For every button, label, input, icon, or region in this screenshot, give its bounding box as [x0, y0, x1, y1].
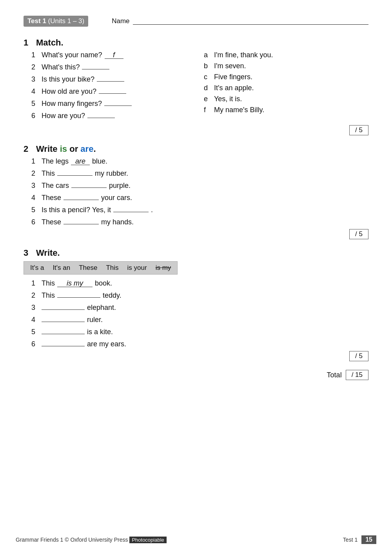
write3-blank[interactable] — [42, 315, 85, 322]
section3-num: 3 — [24, 248, 33, 258]
item-text: How many fingers? — [42, 100, 102, 108]
item-pre: This — [42, 291, 55, 300]
write3-item: 6 are my ears. — [31, 339, 368, 348]
write2-item: 5Is this a pencil? Yes, it . — [31, 205, 368, 214]
word-bank-item: is my — [156, 264, 171, 272]
item-post: elephant. — [87, 304, 116, 312]
item-post: . — [151, 206, 153, 214]
footer-test-label: Test 1 — [343, 537, 358, 543]
write2-item: 2This my rubber. — [31, 168, 368, 178]
match-blank[interactable] — [104, 98, 132, 106]
item-num: 3 — [31, 75, 39, 84]
name-underline[interactable] — [133, 18, 368, 25]
item-pre: Is this a pencil? Yes, it — [42, 206, 111, 214]
page: Test 1 (Units 1 – 3) Name 1 Match. 1What… — [0, 0, 392, 555]
match-blank[interactable] — [99, 86, 126, 94]
write3-item: 3 elephant. — [31, 302, 368, 312]
match-right-item: bI'm seven. — [204, 62, 368, 70]
section3-header: 3 Write. — [24, 248, 368, 258]
section3-score: / 5 — [349, 351, 368, 361]
section-write3: 3 Write. It's aIt's anTheseThisis youris… — [24, 248, 368, 361]
section1-num: 1 — [24, 38, 33, 48]
total-row: Total / 15 — [24, 370, 368, 380]
write3-item: 1This is my book. — [31, 279, 368, 288]
write3-answer[interactable]: is my — [57, 280, 93, 287]
match-right-item: fMy name's Billy. — [204, 106, 368, 114]
item-num: 2 — [31, 291, 39, 300]
item-num: 3 — [31, 304, 39, 312]
section2-list: 1The legs are blue.2This my rubber.3The … — [24, 157, 368, 226]
item-post: is a kite. — [87, 328, 113, 336]
match-left-item: 1What's your name? f — [31, 51, 196, 59]
item-post: blue. — [92, 157, 107, 166]
section2-header: 2 Write is or are. — [24, 144, 368, 154]
item-text: Is this your bike? — [42, 75, 94, 84]
word-bank-item: It's a — [30, 264, 44, 272]
item-text: How old are you? — [42, 87, 96, 96]
footer-copyright: Grammar Friends 1 © Oxford University Pr… — [16, 537, 128, 543]
right-text: Yes, it is. — [214, 95, 242, 103]
write2-blank[interactable] — [64, 217, 99, 224]
footer: Grammar Friends 1 © Oxford University Pr… — [0, 535, 392, 544]
match-left-item: 6How are you? — [31, 111, 196, 120]
right-text: I'm fine, thank you. — [214, 51, 273, 59]
write2-blank[interactable] — [113, 205, 149, 212]
section-write-is-are: 2 Write is or are. 1The legs are blue.2T… — [24, 144, 368, 239]
write2-item: 6These my hands. — [31, 217, 368, 226]
match-right-item: cFive fingers. — [204, 73, 368, 81]
section3-score-box: / 5 — [24, 351, 368, 361]
footer-page-num: 15 — [361, 535, 376, 544]
right-letter: c — [204, 73, 212, 81]
item-num: 4 — [31, 194, 39, 202]
total-score: / 15 — [346, 370, 368, 380]
item-post: purple. — [109, 182, 131, 190]
right-letter: e — [204, 95, 212, 103]
section1-header: 1 Match. — [24, 38, 368, 48]
section1-score: / 5 — [349, 125, 368, 135]
write2-blank[interactable] — [64, 193, 99, 200]
name-label: Name — [112, 17, 129, 25]
name-line: Name — [112, 17, 368, 25]
match-blank[interactable] — [87, 111, 115, 118]
total-label: Total — [327, 371, 342, 379]
item-num: 4 — [31, 316, 39, 324]
write3-blank[interactable] — [42, 327, 85, 334]
match-blank[interactable] — [82, 62, 109, 69]
item-pre: These — [42, 194, 61, 202]
write2-answer[interactable]: are — [71, 158, 90, 165]
match-left-item: 2What's this? — [31, 62, 196, 71]
match-left: 1What's your name? f2What's this? 3Is th… — [24, 51, 196, 123]
write3-blank[interactable] — [42, 339, 85, 346]
right-text: It's an apple. — [214, 84, 254, 92]
match-blank[interactable] — [97, 74, 124, 82]
write3-item: 4 ruler. — [31, 315, 368, 324]
item-post: teddy. — [103, 291, 122, 300]
item-pre: The legs — [42, 157, 69, 166]
match-right-item: aI'm fine, thank you. — [204, 51, 368, 59]
item-num: 5 — [31, 100, 39, 108]
item-num: 1 — [31, 157, 39, 166]
item-post: your cars. — [101, 194, 132, 202]
match-answer[interactable]: f — [105, 51, 123, 59]
section3-list: 1This is my book.2This teddy.3 elephant.… — [24, 279, 368, 348]
item-post: my rubber. — [95, 169, 128, 178]
item-pre: This — [42, 169, 55, 178]
write2-blank[interactable] — [57, 168, 93, 176]
item-pre: This — [42, 279, 55, 288]
match-left-item: 4How old are you? — [31, 86, 196, 96]
match-right: aI'm fine, thank you.bI'm seven.cFive fi… — [196, 51, 368, 123]
item-num: 6 — [31, 218, 39, 226]
right-text: Five fingers. — [214, 73, 252, 81]
write3-blank[interactable] — [42, 302, 85, 310]
item-post: ruler. — [87, 316, 103, 324]
right-letter: d — [204, 84, 212, 92]
section2-is: is — [60, 144, 67, 154]
section1-score-box: / 5 — [24, 125, 368, 135]
item-num: 1 — [31, 51, 39, 59]
section2-title: Write is or are. — [36, 144, 96, 154]
right-letter: a — [204, 51, 212, 59]
write2-blank[interactable] — [71, 180, 107, 188]
write3-blank[interactable] — [57, 290, 100, 298]
test-label: Test 1 — [27, 17, 46, 25]
right-text: I'm seven. — [214, 62, 246, 70]
